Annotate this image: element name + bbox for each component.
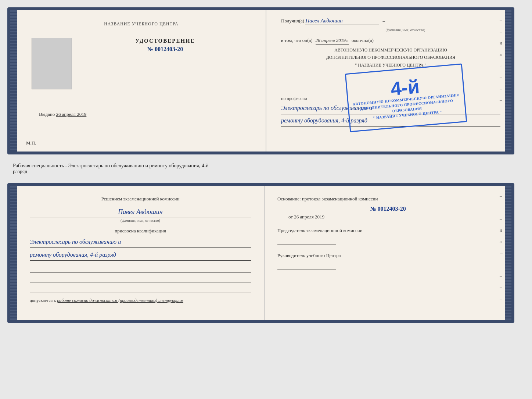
dopuskaetsya-block: допускается к работе согласно должностны… bbox=[30, 298, 251, 303]
name-handwritten-bottom: Павел Авдюшин bbox=[30, 208, 251, 217]
issued-line: Выдано 26 апреля 2019 bbox=[32, 111, 251, 117]
spine-bottom-left bbox=[10, 186, 17, 320]
blank-lines bbox=[30, 264, 251, 292]
issued-label: Выдано bbox=[39, 111, 55, 117]
profession-value: Электрослесарь по обслуживанию и ремонту… bbox=[281, 103, 500, 127]
date-value: 26 апреля 2019 bbox=[294, 214, 324, 220]
doc-number: № 0012403-20 bbox=[147, 46, 183, 53]
middle-line2: разряд bbox=[13, 169, 519, 175]
bm-i: и bbox=[500, 228, 504, 233]
osnov-label: Основание: протокол экзаменационной коми… bbox=[277, 195, 499, 203]
blank-line-3 bbox=[30, 284, 251, 292]
bottom-document: Решением экзаменационной комиссии Павел … bbox=[7, 183, 514, 323]
received-label: Получил(а) bbox=[281, 18, 304, 24]
margin-item-dash-5: – bbox=[500, 97, 504, 103]
bm-dash-2: – bbox=[500, 205, 504, 210]
okonchil-label: окончил(а) bbox=[352, 38, 374, 43]
qual-line1: Электрослесарь по обслуживанию и bbox=[30, 237, 251, 248]
rukovoditel-sig-line bbox=[277, 262, 336, 270]
bm-arrow: ← bbox=[500, 250, 504, 256]
profession-line2: ремонту оборудования, 4-й разряд bbox=[281, 116, 500, 127]
margin-item-arrow: ← bbox=[500, 63, 504, 69]
predsedatel-sig-line bbox=[277, 237, 336, 245]
vtom-date: 26 апреля 2019г. bbox=[316, 38, 349, 44]
spine-left bbox=[10, 10, 17, 152]
rukovoditel-title: Руководитель учебного Центра bbox=[277, 252, 499, 259]
bottom-left-panel: Решением экзаменационной комиссии Павел … bbox=[17, 186, 265, 320]
prisvoena-label: присвоена квалификация bbox=[30, 228, 251, 234]
org-block: АВТОНОМНУЮ НЕКОММЕРЧЕСКУЮ ОРГАНИЗАЦИЮ ДО… bbox=[281, 46, 500, 90]
bm-dash-1: – bbox=[500, 193, 504, 199]
qual-line2: ремонту оборудования, 4-й разряд bbox=[30, 250, 251, 261]
margin-item-dash-4: – bbox=[500, 86, 504, 92]
received-row: Получил(а) Павел Авдюшин – bbox=[281, 18, 500, 25]
middle-text: Рабочая специальность - Электрослесарь п… bbox=[7, 161, 525, 177]
margin-item-i: и bbox=[500, 40, 504, 46]
date-ot-label: от bbox=[288, 214, 293, 220]
doc-right-panel: Получил(а) Павел Авдюшин – (фамилия, имя… bbox=[266, 10, 511, 152]
qualification-value: Электрослесарь по обслуживанию и ремонту… bbox=[30, 237, 251, 261]
cert-left-text: УДОСТОВЕРЕНИЕ № 0012403-20 bbox=[79, 38, 251, 53]
komissia-title: Решением экзаменационной комиссии bbox=[30, 195, 251, 203]
doc-left-panel: НАЗВАНИЕ УЧЕБНОГО ЦЕНТРА УДОСТОВЕРЕНИЕ №… bbox=[17, 10, 266, 152]
middle-line1: Рабочая специальность - Электрослесарь п… bbox=[13, 163, 519, 169]
margin-item-dash-1: – bbox=[500, 18, 504, 23]
protocol-number: № 0012403-20 bbox=[277, 206, 499, 212]
right-margin-items: – – и а ← – – – – bbox=[500, 18, 504, 114]
blank-line-1 bbox=[30, 264, 251, 272]
dopuskaetsya-label: допускается к bbox=[30, 298, 56, 303]
protocol-date: от 26 апреля 2019 bbox=[277, 214, 499, 220]
bottom-right-panel: Основание: протокол экзаменационной коми… bbox=[265, 186, 511, 320]
bottom-right-side-lines bbox=[505, 186, 511, 320]
photo-placeholder bbox=[32, 38, 72, 89]
margin-item-a: а bbox=[500, 52, 504, 57]
vtom-row: в том, что он(а) 26 апреля 2019г. окончи… bbox=[281, 38, 500, 44]
profession-label: по профессии bbox=[281, 96, 500, 101]
right-side-lines bbox=[505, 10, 511, 152]
bm-a: а bbox=[500, 239, 504, 245]
cert-left-content: УДОСТОВЕРЕНИЕ № 0012403-20 bbox=[32, 38, 251, 97]
margin-item-dash-3: – bbox=[500, 75, 504, 80]
fio-hint-top: (фамилия, имя, отчество) bbox=[310, 28, 500, 32]
recipient-name: Павел Авдюшин bbox=[305, 18, 379, 25]
org-name: " НАЗВАНИЕ УЧЕБНОГО ЦЕНТРА " bbox=[281, 61, 500, 69]
org-lines: АВТОНОМНУЮ НЕКОММЕРЧЕСКУЮ ОРГАНИЗАЦИЮ ДО… bbox=[281, 46, 500, 69]
page-wrapper: НАЗВАНИЕ УЧЕБНОГО ЦЕНТРА УДОСТОВЕРЕНИЕ №… bbox=[7, 7, 525, 323]
bm-dash-4: – bbox=[500, 262, 504, 267]
bm-dash-5: – bbox=[500, 273, 504, 279]
predsedatel-block: Председатель экзаменационной комиссии bbox=[277, 227, 499, 245]
dopuskaetsya-value: работе согласно должностным (производств… bbox=[57, 298, 183, 303]
bm-dash-3: – bbox=[500, 216, 504, 222]
dash: – bbox=[382, 18, 385, 24]
bm-dash-6: – bbox=[500, 285, 504, 290]
rukovoditel-block: Руководитель учебного Центра bbox=[277, 252, 499, 270]
issued-date: 26 апреля 2019 bbox=[56, 111, 87, 117]
org-line1: АВТОНОМНУЮ НЕКОММЕРЧЕСКУЮ ОРГАНИЗАЦИЮ bbox=[281, 46, 500, 54]
org-line2: ДОПОЛНИТЕЛЬНОГО ПРОФЕССИОНАЛЬНОГО ОБРАЗО… bbox=[281, 54, 500, 61]
top-document: НАЗВАНИЕ УЧЕБНОГО ЦЕНТРА УДОСТОВЕРЕНИЕ №… bbox=[7, 7, 514, 154]
mp-label: М.П. bbox=[26, 140, 36, 146]
predsedatel-title: Председатель экзаменационной комиссии bbox=[277, 227, 499, 234]
margin-item-dash-2: – bbox=[500, 29, 504, 35]
profession-line1: Электрослесарь по обслуживанию и bbox=[281, 103, 500, 114]
institution-name-top: НАЗВАНИЕ УЧЕБНОГО ЦЕНТРА bbox=[104, 21, 179, 27]
stamp-rank: 4-й bbox=[390, 77, 420, 99]
margin-item-dash-6: – bbox=[500, 109, 504, 114]
bm-dash-7: – bbox=[500, 296, 504, 302]
bottom-right-margin: – – – и а ← – – – – bbox=[500, 193, 504, 302]
fio-hint-bottom: (фамилия, имя, отчество) bbox=[30, 218, 251, 222]
blank-line-2 bbox=[30, 274, 251, 282]
doc-type-label: УДОСТОВЕРЕНИЕ bbox=[135, 38, 195, 44]
vtom-label: в том, что он(а) bbox=[281, 38, 313, 43]
